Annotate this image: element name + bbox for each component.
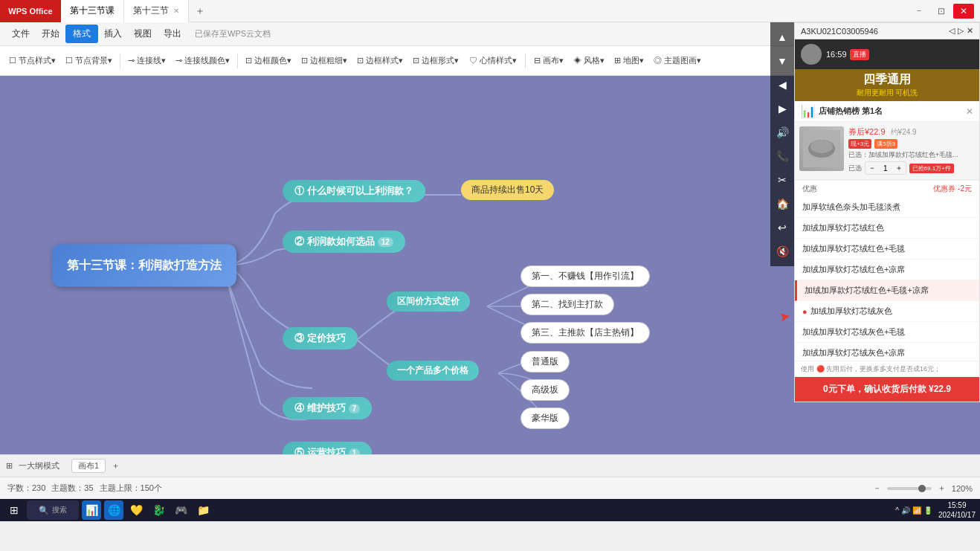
qty-minus[interactable]: － bbox=[865, 162, 879, 174]
tray-expand[interactable]: ^ bbox=[895, 506, 899, 515]
search-bar[interactable]: 🔍 搜索 bbox=[27, 500, 79, 520]
toolbar-node-style[interactable]: ☐ 节点样式▾ bbox=[4, 53, 60, 68]
option-8[interactable]: 加绒加厚软灯芯绒灰色+凉席 bbox=[795, 343, 979, 361]
pricing-label-2[interactable]: 一个产品多个价格 bbox=[387, 361, 479, 381]
toolbar-border-color[interactable]: ⊡ 边框颜色▾ bbox=[241, 53, 296, 68]
topic-limit: 主题上限：150个 bbox=[100, 483, 162, 494]
menu-start[interactable]: 开始 bbox=[36, 25, 65, 43]
menu-file[interactable]: 文件 bbox=[6, 25, 36, 43]
option-5[interactable]: 加绒加厚款灯芯绒红色+毛毯+凉席 bbox=[795, 280, 979, 301]
taskbar-app1-icon[interactable]: 💛 bbox=[126, 500, 146, 520]
tray-network[interactable]: 📶 bbox=[912, 506, 921, 515]
option-1[interactable]: 加厚软绒色奈头加毛毯淡煮 bbox=[795, 197, 979, 218]
leaf-hot-product[interactable]: 第三、主推款【店主热销】 bbox=[520, 322, 650, 344]
current-time: 15:59 bbox=[938, 500, 976, 510]
add-canvas[interactable]: ＋ bbox=[112, 460, 120, 471]
toolbar-border-style[interactable]: ⊡ 边框样式▾ bbox=[352, 53, 407, 68]
options-list[interactable]: 加厚软绒色奈头加毛毯淡煮 加绒加厚软灯芯绒红色 加绒加厚软灯芯绒红色+毛毯 加绒… bbox=[795, 197, 979, 361]
minimize-button[interactable]: － bbox=[909, 4, 929, 19]
price-display: 券后¥22.9 约¥24.9 bbox=[848, 126, 975, 138]
leaf-no-profit[interactable]: 第一、不赚钱【用作引流】 bbox=[520, 265, 650, 287]
sold-count: 已抢69.1万+件 bbox=[909, 164, 954, 173]
menu-format[interactable]: 格式 bbox=[65, 25, 98, 43]
window-controls: － ⊡ ✕ bbox=[909, 4, 980, 19]
toolbar-group-1: ☐ 节点样式▾ ☐ 节点背景▾ ⊸ 连接线▾ ⊸ 连接线颜色▾ ⊡ 边框颜色▾ … bbox=[4, 53, 521, 68]
tab-2-close[interactable]: ✕ bbox=[173, 7, 179, 15]
leaf-main-product[interactable]: 第二、找到主打款 bbox=[520, 294, 614, 315]
taskbar-files-icon[interactable]: 📁 bbox=[193, 500, 213, 520]
panel-nav-scissors[interactable]: ✂ bbox=[772, 170, 793, 190]
qty-plus[interactable]: ＋ bbox=[892, 162, 906, 174]
canvas-tab[interactable]: 画布1 bbox=[71, 459, 106, 473]
coupon-header: 优惠 优惠券 -2元 bbox=[795, 180, 979, 197]
menu-insert[interactable]: 插入 bbox=[98, 25, 128, 43]
tray-battery[interactable]: 🔋 bbox=[923, 506, 932, 515]
option-2[interactable]: 加绒加厚软灯芯绒红色 bbox=[795, 218, 979, 239]
panel-nav-up[interactable]: ▲ bbox=[772, 27, 793, 48]
leaf-advanced[interactable]: 高级坂 bbox=[520, 379, 570, 401]
option-7[interactable]: 加绒加厚软灯芯绒灰色+毛毯 bbox=[795, 322, 979, 343]
option-6[interactable]: ● 加绒加厚软灯芯绒灰色 bbox=[795, 301, 979, 322]
option-3[interactable]: 加绒加厚软灯芯绒红色+毛毯 bbox=[795, 239, 979, 260]
central-node[interactable]: 第十三节课：利润款打造方法 bbox=[52, 244, 236, 286]
branch-node-5[interactable]: ⑤ 运营技巧 1 bbox=[283, 442, 372, 454]
leaf-normal[interactable]: 普通版 bbox=[520, 351, 570, 373]
tab-add-button[interactable]: ＋ bbox=[189, 4, 211, 18]
start-button[interactable]: ⊞ bbox=[4, 500, 24, 520]
menu-export[interactable]: 导出 bbox=[158, 25, 187, 43]
taskbar-browser-icon[interactable]: 🌐 bbox=[104, 500, 123, 520]
toolbar-border-width[interactable]: ⊡ 边框粗细▾ bbox=[297, 53, 352, 68]
panel-nav-back[interactable]: ↩ bbox=[772, 217, 793, 238]
branch-node-2[interactable]: ② 利润款如何选品 12 bbox=[283, 231, 405, 253]
zoom-minus[interactable]: － bbox=[873, 483, 881, 494]
panel-nav-down[interactable]: ▼ bbox=[772, 51, 793, 71]
branch-node-4[interactable]: ④ 维护技巧 7 bbox=[283, 397, 372, 419]
pricing-label-1[interactable]: 区间价方式定价 bbox=[387, 291, 470, 312]
toolbar-mood-style[interactable]: ♡ 心情样式▾ bbox=[465, 53, 521, 68]
toolbar-border-shape[interactable]: ⊡ 边框形式▾ bbox=[408, 53, 463, 68]
panel-close[interactable]: ✕ bbox=[967, 26, 973, 36]
panel-next[interactable]: ▷ bbox=[958, 26, 964, 36]
shop-top-title: 店铺热销榜 第1名 bbox=[819, 106, 883, 117]
taskbar-chart-icon[interactable]: 📊 bbox=[82, 500, 101, 520]
toolbar-style[interactable]: ◈ 风格▾ bbox=[569, 53, 609, 68]
branch-node-3[interactable]: ③ 定价技巧 bbox=[283, 327, 358, 349]
panel-prev[interactable]: ◁ bbox=[949, 26, 955, 36]
title-bar: WPS Office 第十三节课 第十三节 ✕ ＋ － ⊡ ✕ bbox=[0, 0, 980, 22]
buy-button[interactable]: 0元下单，确认收货后付款 ¥22.9 bbox=[795, 377, 979, 402]
menu-view[interactable]: 视图 bbox=[128, 25, 158, 43]
option-4[interactable]: 加绒加厚软灯芯绒红色+凉席 bbox=[795, 260, 979, 280]
status-bar: 字数：230 主题数：35 主题上限：150个 － ＋ 120% bbox=[0, 477, 980, 499]
outline-mode[interactable]: ⊞ bbox=[6, 461, 13, 471]
tab-1[interactable]: 第十三节课 bbox=[61, 0, 124, 22]
sys-tray: ^ 🔊 📶 🔋 bbox=[892, 506, 935, 515]
toolbar-connector-color[interactable]: ⊸ 连接线颜色▾ bbox=[171, 53, 234, 68]
taskbar-app2-icon[interactable]: 🐉 bbox=[149, 500, 168, 520]
tray-volume[interactable]: 🔊 bbox=[901, 506, 910, 515]
panel-nav-mute[interactable]: 🔇 bbox=[772, 241, 793, 262]
panel-nav-home[interactable]: 🏠 bbox=[772, 193, 793, 214]
panel-nav-right[interactable]: ▶ bbox=[772, 98, 793, 119]
tab-2[interactable]: 第十三节 ✕ bbox=[124, 0, 189, 22]
shop-close-btn[interactable]: ✕ bbox=[966, 106, 973, 117]
panel-nav-volume[interactable]: 🔊 bbox=[772, 122, 793, 143]
panel-nav-left[interactable]: ◀ bbox=[772, 74, 793, 95]
tag-group: 满5折3 bbox=[874, 139, 897, 149]
product-image bbox=[799, 126, 844, 171]
toolbar-canvas[interactable]: ⊟ 画布▾ bbox=[529, 53, 568, 68]
taskbar-app3-icon[interactable]: 🎮 bbox=[171, 500, 190, 520]
toolbar-theme[interactable]: ◎ 主题图画▾ bbox=[649, 53, 706, 68]
zoom-plus[interactable]: ＋ bbox=[938, 483, 946, 494]
coupon-discount: 优惠券 -2元 bbox=[933, 184, 972, 194]
leaf-node-1-1[interactable]: 商品持续出售10天 bbox=[461, 180, 554, 200]
panel-nav-phone[interactable]: 📞 bbox=[772, 146, 793, 167]
toolbar-node-bg[interactable]: ☐ 节点背景▾ bbox=[61, 53, 117, 68]
toolbar-connector[interactable]: ⊸ 连接线▾ bbox=[123, 53, 170, 68]
zoom-slider[interactable] bbox=[887, 487, 932, 490]
restore-button[interactable]: ⊡ bbox=[931, 4, 952, 19]
toolbar-map[interactable]: ⊞ 地图▾ bbox=[610, 53, 648, 68]
zoom-level: 120% bbox=[952, 484, 973, 493]
leaf-luxury[interactable]: 豪华版 bbox=[520, 407, 570, 429]
branch-node-1[interactable]: ① 什么时候可以上利润款？ bbox=[283, 180, 425, 202]
close-button[interactable]: ✕ bbox=[953, 4, 974, 19]
